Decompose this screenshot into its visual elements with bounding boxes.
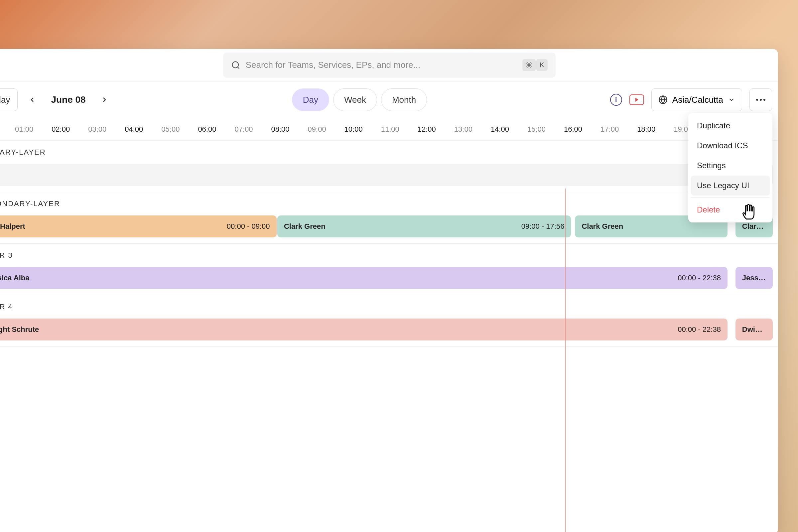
layer-primary: PRIMARY-LAYER	[0, 141, 778, 192]
empty-shift-row[interactable]	[0, 164, 773, 186]
shift-time: 09:00 - 17:56	[521, 222, 565, 231]
kbd-key: K	[536, 59, 547, 71]
more-dropdown: Duplicate Download ICS Settings Use Lega…	[688, 113, 773, 223]
hour-label: 14:00	[491, 125, 509, 134]
view-week-button[interactable]: Week	[333, 89, 377, 111]
shift-name: Dwight Schrute	[0, 325, 39, 334]
more-button[interactable]	[749, 89, 772, 111]
shift-block[interactable]: Dwigh...	[736, 319, 773, 341]
dropdown-duplicate[interactable]: Duplicate	[691, 116, 770, 136]
today-button[interactable]: Today	[0, 89, 18, 111]
app-frame: ift Schedule ⌘ K 3 MS	[0, 49, 778, 532]
search-icon	[231, 60, 241, 70]
hour-label: 09:00	[308, 125, 326, 134]
dropdown-settings[interactable]: Settings	[691, 156, 770, 175]
hour-label: 05:00	[161, 125, 179, 134]
svg-point-0	[232, 61, 239, 68]
shift-block[interactable]: Clark Green09:00 - 17:56	[277, 215, 571, 238]
shift-block[interactable]: Jessica Alba00:00 - 22:38	[0, 267, 727, 289]
shift-name: Jessica Alba	[0, 274, 30, 282]
hour-label: 07:00	[234, 125, 253, 134]
info-button[interactable]: i	[610, 94, 622, 106]
globe-icon	[658, 95, 668, 104]
hour-label: 03:00	[88, 125, 107, 134]
hour-label: 11:00	[381, 125, 399, 134]
prev-day-button[interactable]	[23, 89, 41, 111]
hour-label: 02:00	[52, 125, 70, 134]
layer-title: SECONDARY-LAYER	[0, 192, 773, 215]
video-help-button[interactable]	[629, 94, 644, 105]
layer-4: LAYER 4 Dwight Schrute00:00 - 22:38Dwigh…	[0, 295, 778, 347]
main: Today June 08 Day Week Month i	[0, 81, 778, 532]
shift-block[interactable]: Dwight Schrute00:00 - 22:38	[0, 319, 727, 341]
hour-label: 06:00	[198, 125, 216, 134]
chevron-right-icon	[100, 96, 108, 104]
dropdown-download-ics[interactable]: Download ICS	[691, 136, 770, 156]
hour-label: 12:00	[418, 125, 436, 134]
shift-block[interactable]: Jim Halpert00:00 - 09:00	[0, 215, 277, 238]
layer-title: LAYER 4	[0, 295, 773, 319]
layer-3: LAYER 3 Jessica Alba00:00 - 22:38Jessi..…	[0, 244, 778, 295]
shift-block[interactable]: Jessi...	[736, 267, 773, 289]
next-day-button[interactable]	[95, 89, 114, 111]
view-switch: Day Week Month	[292, 89, 427, 111]
shift-name: Jessi...	[742, 274, 766, 282]
chevron-down-icon	[728, 96, 735, 103]
hour-label: 18:00	[637, 125, 656, 134]
hour-label: 04:00	[125, 125, 143, 134]
search-input[interactable]	[246, 60, 517, 70]
kbd-meta: ⌘	[522, 59, 536, 71]
search-shortcut: ⌘ K	[522, 59, 547, 71]
view-month-button[interactable]: Month	[381, 89, 427, 111]
hour-label: 08:00	[271, 125, 290, 134]
dropdown-separator	[691, 197, 770, 198]
layer-secondary: SECONDARY-LAYER Jim Halpert00:00 - 09:00…	[0, 192, 778, 244]
shift-track: Jim Halpert00:00 - 09:00Clark Green09:00…	[0, 215, 773, 238]
chevron-left-icon	[28, 96, 36, 104]
hour-label: 17:00	[601, 125, 619, 134]
layers: PRIMARY-LAYER SECONDARY-LAYER Jim Halper…	[0, 141, 778, 532]
shift-name: Clark Green	[582, 222, 623, 231]
shift-time: 00:00 - 22:38	[678, 274, 721, 282]
timezone-label: Asia/Calcutta	[672, 95, 723, 105]
shift-name: Clark ...	[742, 222, 766, 231]
hour-label: 01:00	[15, 125, 33, 134]
body: ays Today June 08	[0, 81, 778, 532]
hour-label: 10:00	[344, 125, 363, 134]
timezone-button[interactable]: Asia/Calcutta	[651, 89, 742, 111]
layer-title: LAYER 3	[0, 244, 773, 267]
hour-label: 13:00	[454, 125, 473, 134]
date-label: June 08	[51, 94, 86, 105]
top-bar: ift Schedule ⌘ K 3 MS	[0, 49, 778, 81]
hour-label: 16:00	[564, 125, 582, 134]
toolbar: Today June 08 Day Week Month i	[0, 81, 778, 118]
shift-name: Dwigh...	[742, 325, 766, 334]
current-time-indicator	[565, 189, 566, 532]
shift-name: Jim Halpert	[0, 222, 25, 231]
shift-time: 00:00 - 09:00	[227, 222, 270, 231]
dropdown-use-legacy-ui[interactable]: Use Legacy UI	[691, 175, 770, 195]
shift-name: Clark Green	[284, 222, 325, 231]
timeline-hours: 00:0001:0002:0003:0004:0005:0006:0007:00…	[0, 118, 778, 141]
shift-track: Jessica Alba00:00 - 22:38Jessi...	[0, 267, 773, 289]
hour-label: 15:00	[527, 125, 546, 134]
layer-title: PRIMARY-LAYER	[0, 141, 773, 164]
shift-time: 00:00 - 22:38	[678, 325, 721, 334]
search-box[interactable]: ⌘ K	[223, 53, 556, 78]
toolbar-right: i Asia/Calcutta	[610, 89, 772, 111]
cursor-pointer-icon	[740, 202, 758, 222]
more-icon	[756, 99, 765, 101]
shift-track: Dwight Schrute00:00 - 22:38Dwigh...	[0, 319, 773, 341]
view-day-button[interactable]: Day	[292, 89, 329, 111]
